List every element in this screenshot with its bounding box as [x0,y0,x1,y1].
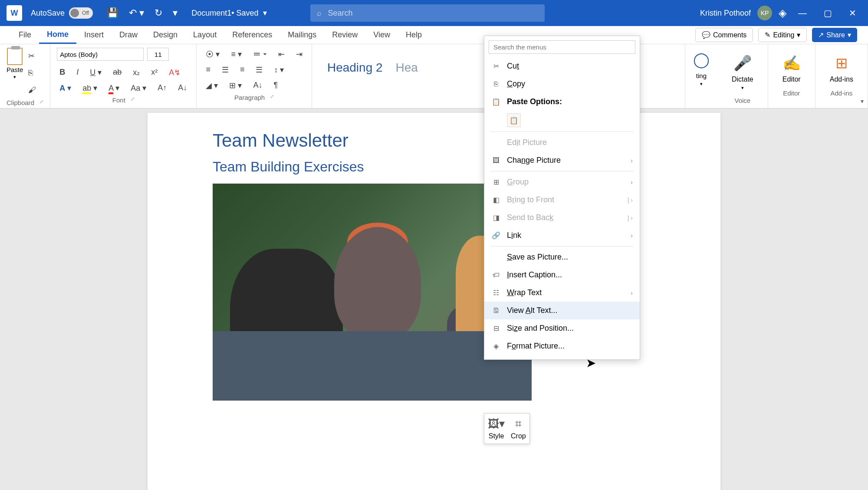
document-canvas[interactable]: Team Newsletter Team Building Exercises [0,109,868,490]
editing-mode-button[interactable]: ✎Editing▾ [758,28,807,42]
find-icon[interactable]: ◯ [693,49,710,70]
shading-icon[interactable]: ◢ ▾ [203,79,220,92]
decrease-indent-icon[interactable]: ⇤ [276,48,287,61]
tab-layout[interactable]: Layout [185,26,224,44]
justify-icon[interactable]: ☰ [253,63,265,76]
menu-change-picture[interactable]: 🖼Change Picture› [484,151,640,169]
increase-indent-icon[interactable]: ⇥ [293,48,305,61]
underline-button[interactable]: U ▾ [87,66,104,79]
document-title[interactable]: Document1 • Saved ▾ [191,8,266,18]
format-painter-icon[interactable]: 🖌 [26,84,39,96]
tab-review[interactable]: Review [324,26,365,44]
comment-icon: 💬 [702,31,710,39]
picture-icon: 🖼 [491,157,501,164]
menu-link[interactable]: 🔗Link› [484,227,640,244]
paste-button[interactable]: Paste ▾ [7,48,23,80]
align-right-icon[interactable]: ≡ [237,63,247,76]
menu-view-alt-text[interactable]: 🖻View Alt Text... [484,302,640,319]
style-heading-2[interactable]: Heading 2 [327,61,383,75]
tab-view[interactable]: View [365,26,398,44]
avatar[interactable]: KP [757,6,772,20]
menu-insert-caption[interactable]: 🏷Insert Caption... [484,266,640,284]
dialog-launcher-icon[interactable]: ⤢ [131,96,135,104]
dialog-launcher-icon[interactable]: ⤢ [39,99,43,106]
style-heading-partial[interactable]: Hea [396,61,418,75]
tab-mailings[interactable]: Mailings [280,26,324,44]
tab-file[interactable]: File [11,26,39,44]
save-icon[interactable]: 💾 [102,7,124,19]
bring-front-icon: ◧ [491,196,501,204]
pencil-icon: ✎ [765,31,770,39]
tab-help[interactable]: Help [398,26,430,44]
font-size-select[interactable] [147,48,169,61]
editor-button[interactable]: ✍ Editor [775,48,809,88]
italic-button[interactable]: I [74,66,81,79]
borders-icon[interactable]: ⊞ ▾ [227,79,244,92]
highlight-color-icon[interactable]: ab ▾ [80,82,100,95]
menu-wrap-text[interactable]: ☷Wrap Text› [484,284,640,302]
close-icon[interactable]: ✕ [844,8,861,18]
redo-icon[interactable]: ↻ [149,7,168,19]
tab-design[interactable]: Design [145,26,185,44]
ribbon-group-addins: ⊞ Add-ins Add-ins [815,44,868,108]
comments-button[interactable]: 💬Comments [695,28,753,42]
menu-cut[interactable]: ✂Cut [484,57,640,75]
menu-bring-to-front: ◧Bring to Front| › [484,191,640,209]
ribbon: Paste ▾ ✂ ⎘ 🖌 Clipboard⤢ B I U ▾ ab x₂ [0,44,868,109]
superscript-button[interactable]: x² [148,66,160,79]
clear-formatting-icon[interactable]: A↯ [166,66,183,79]
share-button[interactable]: ↗Share▾ [812,28,857,42]
font-color-icon[interactable]: A ▾ [106,82,122,95]
undo-icon[interactable]: ↶ ▾ [124,7,149,19]
strikethrough-button[interactable]: ab [110,66,124,79]
addins-button[interactable]: ⊞ Add-ins [822,48,861,88]
bold-button[interactable]: B [57,66,68,79]
multilevel-list-icon[interactable]: ⩸ ▾ [250,48,270,61]
align-center-icon[interactable]: ☰ [219,63,231,76]
premium-icon[interactable]: ◈ [779,7,786,19]
menu-size-position[interactable]: ⊟Size and Position... [484,319,640,337]
maximize-icon[interactable]: ▢ [819,8,837,18]
bullets-icon[interactable]: ⦿ ▾ [203,48,222,61]
align-left-icon[interactable]: ≡ [203,63,213,76]
search-icon: ⌕ [317,9,322,18]
dialog-launcher-icon[interactable]: ⤢ [270,94,274,101]
paste-keep-source-button[interactable]: 📋 [507,113,521,127]
cut-icon[interactable]: ✂ [26,49,39,62]
font-name-select[interactable] [57,48,144,61]
tab-draw[interactable]: Draw [112,26,145,44]
line-spacing-icon[interactable]: ↕ ▾ [271,63,286,76]
tab-references[interactable]: References [224,26,280,44]
text-effects-icon[interactable]: A ▾ [57,82,74,95]
ribbon-group-font: B I U ▾ ab x₂ x² A↯ A ▾ ab ▾ A ▾ Aa ▾ A↑… [50,44,197,108]
search-input[interactable] [328,9,429,18]
paragraph-marks-icon[interactable]: ¶ [271,79,280,92]
editing-group-partial: ◯ ting ▾ [685,44,717,108]
style-button[interactable]: 🖼▾ Style [488,417,505,440]
doc-dropdown-icon: ▾ [263,8,267,18]
search-box[interactable]: ⌕ [310,4,545,22]
subscript-button[interactable]: x₂ [130,66,142,79]
tab-insert[interactable]: Insert [76,26,112,44]
menu-copy[interactable]: ⎘Copy [484,75,640,93]
menu-save-as-picture[interactable]: Save as Picture... [484,248,640,266]
crop-button[interactable]: ⌗ Crop [511,417,526,440]
minimize-icon[interactable]: — [793,8,812,18]
wrap-text-icon: ☷ [491,289,501,297]
user-name[interactable]: Kristin Pothoof [700,9,751,18]
tab-home[interactable]: Home [39,26,76,44]
ribbon-collapse-icon[interactable]: ▾ [861,98,864,105]
change-case-icon[interactable]: Aa ▾ [128,82,149,95]
sort-icon[interactable]: A↓ [250,79,265,92]
autosave-control[interactable]: AutoSave Off [31,7,93,19]
copy-icon[interactable]: ⎘ [26,67,39,79]
alt-text-icon: 🖻 [491,307,501,315]
shrink-font-icon[interactable]: A↓ [175,82,190,95]
grow-font-icon[interactable]: A↑ [155,82,169,95]
autosave-toggle[interactable]: Off [69,7,93,19]
dictate-button[interactable]: 🎤 Dictate ▾ [724,48,761,95]
numbering-icon[interactable]: ≡ ▾ [228,48,244,61]
menu-search-input[interactable] [489,40,635,54]
menu-format-picture[interactable]: ◈Format Picture... [484,337,640,355]
qat-customize-icon[interactable]: ▾ [168,7,183,19]
